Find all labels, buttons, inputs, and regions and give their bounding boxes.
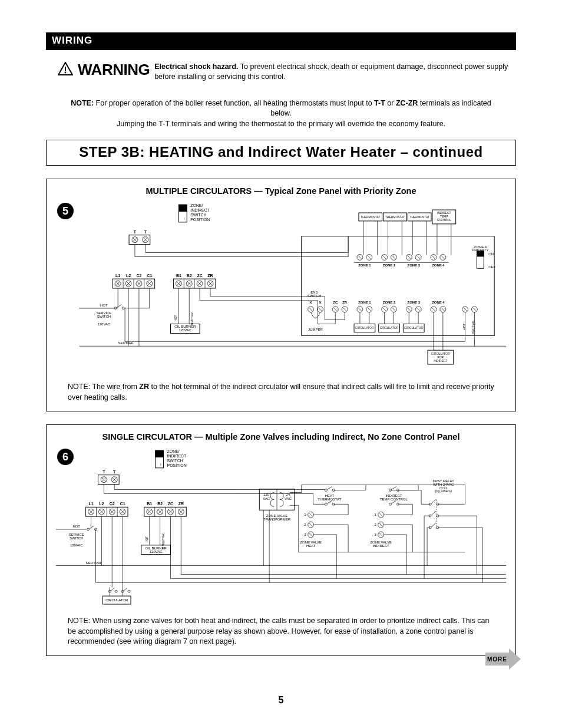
svg-line-160 — [441, 308, 445, 311]
svg-point-270 — [128, 590, 130, 592]
svg-text:120VAC: 120VAC — [98, 323, 111, 327]
svg-text:ZONE VALVEHEAT: ZONE VALVEHEAT — [300, 541, 321, 548]
svg-text:ZONE 2: ZONE 2 — [383, 264, 396, 268]
svg-line-325 — [309, 513, 313, 516]
svg-text:THERMOSTAT: THERMOSTAT — [385, 216, 405, 219]
svg-text:T: T — [113, 470, 116, 474]
svg-text:ZC: ZC — [333, 301, 338, 304]
warning-bold: Electrical shock hazard. — [154, 62, 238, 71]
svg-text:NEUTRAL: NEUTRAL — [162, 532, 165, 546]
svg-text:VAC: VAC — [285, 498, 292, 501]
svg-text:CIRCULATOR: CIRCULATOR — [404, 327, 423, 330]
svg-text:THERMOSTAT: THERMOSTAT — [409, 216, 429, 219]
more-arrow: MORE — [485, 648, 521, 670]
top-note: NOTE: For proper operation of the boiler… — [46, 98, 516, 130]
svg-point-60 — [122, 307, 124, 309]
svg-text:1: 1 — [374, 513, 376, 516]
diagram-5-panel: MULTIPLE CIRCULATORS — Typical Zone Pane… — [46, 179, 516, 411]
note-or: or — [385, 99, 396, 107]
svg-text:CIRCULATOR: CIRCULATOR — [380, 327, 399, 330]
svg-rect-1 — [65, 67, 66, 71]
svg-text:ZONE VALVETRANSFORMER: ZONE VALVETRANSFORMER — [263, 514, 291, 521]
svg-line-338 — [379, 523, 383, 526]
svg-text:ZONE/INDIRECTSWITCHPOSITION: ZONE/INDIRECTSWITCHPOSITION — [190, 203, 210, 222]
svg-line-314 — [431, 500, 436, 504]
svg-text:ZONE 3: ZONE 3 — [408, 301, 421, 304]
svg-line-111 — [407, 256, 411, 259]
svg-point-252 — [87, 528, 90, 531]
svg-point-309 — [389, 503, 392, 506]
svg-line-269 — [124, 588, 127, 591]
svg-line-156 — [416, 308, 420, 311]
svg-line-138 — [309, 308, 313, 311]
svg-text:B1: B1 — [176, 274, 181, 278]
svg-line-158 — [432, 308, 435, 311]
svg-line-107 — [383, 256, 386, 259]
svg-line-328 — [309, 523, 313, 526]
svg-text:C2: C2 — [136, 274, 141, 278]
svg-text:NEUTRAL: NEUTRAL — [118, 342, 134, 345]
svg-text:C1: C1 — [147, 274, 152, 278]
note-prefix: NOTE: — [71, 99, 95, 107]
diagram-5-title: MULTIPLE CIRCULATORS — Typical Zone Pane… — [56, 185, 506, 200]
svg-line-140 — [319, 308, 322, 311]
diagram-6-note: NOTE: When using zone valves for both he… — [56, 611, 506, 647]
svg-text:OIL BURNER120VAC: OIL BURNER120VAC — [174, 325, 196, 332]
svg-rect-9 — [129, 235, 150, 245]
d5-note-prefix: NOTE: The wire from — [68, 383, 139, 391]
svg-text:ON: ON — [488, 253, 494, 256]
svg-line-109 — [392, 256, 396, 259]
diagram-5-svg: Z I ZONE/INDIRECTSWITCHPOSITION T T L1 L… — [56, 200, 506, 377]
svg-text:OFF: OFF — [488, 266, 495, 269]
svg-text:T: T — [103, 470, 105, 474]
svg-text:OIL BURNER120VAC: OIL BURNER120VAC — [146, 546, 167, 554]
svg-line-152 — [392, 308, 396, 311]
svg-line-164 — [472, 308, 476, 311]
svg-text:ENDSWITCH: ENDSWITCH — [308, 291, 321, 298]
svg-text:CIRCULATORFORINDIRECT: CIRCULATORFORINDIRECT — [431, 353, 450, 363]
section-header-wiring: WIRING — [46, 32, 516, 50]
svg-text:I: I — [184, 218, 184, 220]
svg-text:HOT: HOT — [72, 525, 80, 528]
diagram-5-note: NOTE: The wire from ZR to the hot termin… — [56, 377, 506, 403]
svg-text:B1: B1 — [147, 502, 152, 506]
svg-line-341 — [379, 533, 383, 536]
svg-text:Z: Z — [160, 452, 161, 454]
svg-line-266 — [111, 588, 114, 591]
svg-line-335 — [379, 513, 383, 516]
svg-line-154 — [407, 308, 411, 311]
svg-text:3: 3 — [304, 533, 306, 536]
diagram-6-title: SINGLE CIRCULATOR — Multiple Zone Valves… — [56, 431, 506, 446]
svg-line-320 — [431, 523, 436, 527]
svg-text:VAC: VAC — [263, 498, 270, 501]
svg-text:Z: Z — [183, 206, 184, 209]
svg-text:SERVICESWITCH: SERVICESWITCH — [69, 533, 84, 540]
svg-text:ZONE 1: ZONE 1 — [358, 301, 371, 304]
note-line2: Jumping the T-T terminals and wiring the… — [117, 120, 445, 128]
svg-text:ZR: ZR — [207, 274, 213, 278]
warning-triangle-icon — [58, 62, 73, 76]
svg-text:B2: B2 — [157, 502, 163, 506]
svg-rect-203 — [98, 475, 119, 485]
svg-text:INDIRECTTEMP CONTROL: INDIRECTTEMP CONTROL — [380, 495, 408, 502]
svg-point-298 — [325, 489, 327, 492]
svg-text:ZONE 2: ZONE 2 — [383, 301, 396, 304]
svg-line-115 — [432, 256, 435, 259]
note-zczr: ZC-ZR — [396, 99, 418, 107]
svg-text:120VAC: 120VAC — [70, 543, 83, 547]
warning-word: WARNING — [78, 61, 150, 77]
svg-line-306 — [392, 487, 396, 490]
svg-text:T: T — [134, 230, 137, 234]
svg-point-302 — [325, 503, 327, 506]
svg-text:L2: L2 — [126, 274, 131, 278]
svg-text:C1: C1 — [120, 502, 125, 506]
svg-text:ZR: ZR — [178, 502, 184, 506]
svg-line-144 — [343, 308, 346, 311]
svg-line-317 — [431, 511, 436, 515]
svg-text:JUMPER: JUMPER — [308, 328, 323, 332]
svg-text:HOT: HOT — [174, 315, 177, 321]
svg-text:2: 2 — [374, 523, 376, 526]
svg-text:ZONE VALVEINDIRECT: ZONE VALVEINDIRECT — [370, 541, 391, 548]
svg-text:ZC: ZC — [168, 502, 173, 506]
svg-line-162 — [464, 308, 467, 311]
